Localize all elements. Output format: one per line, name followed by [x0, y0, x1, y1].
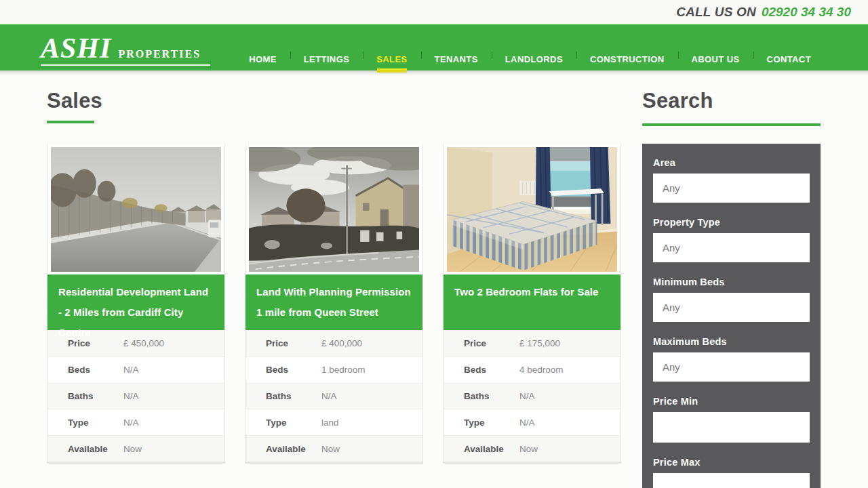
field-label: Minimum Beds [653, 277, 810, 287]
detail-label: Beds [464, 365, 519, 375]
page-title: Sales [47, 89, 621, 113]
search-field-price-min: Price Min [653, 396, 810, 443]
nav-item-home[interactable]: HOME [235, 24, 290, 70]
main-nav: HOMELETTINGSSALESTENANTSLANDLORDSCONSTRU… [235, 24, 825, 70]
detail-label: Type [464, 418, 519, 428]
detail-value: £ 175,000 [519, 338, 560, 348]
input-price-max[interactable] [653, 473, 810, 488]
topbar: CALL US ON 02920 34 34 30 [0, 0, 868, 24]
nav-item-landlords[interactable]: LANDLORDS [492, 24, 576, 70]
search-form: Area Any Property Type Any Minimum Beds … [653, 157, 810, 488]
property-details: Price £ 175,000 Beds 4 bedroom Baths N/A… [443, 330, 620, 462]
nav-item-label: SALES [376, 54, 407, 64]
street-fence-photo [51, 147, 221, 272]
detail-label: Price [68, 338, 123, 348]
property-photo[interactable] [443, 144, 620, 274]
detail-value: land [321, 418, 339, 428]
detail-value: Now [123, 444, 142, 454]
property-details: Price £ 400,000 Beds 1 bedroom Baths N/A… [245, 330, 422, 462]
detail-row: Baths N/A [443, 383, 620, 409]
nav-item-lettings[interactable]: LETTINGS [290, 24, 363, 70]
logo-name: ASHI [41, 33, 111, 63]
search-panel: Area Any Property Type Any Minimum Beds … [642, 144, 821, 488]
detail-label: Beds [68, 365, 123, 375]
nav-item-label: TENANTS [435, 54, 478, 64]
detail-label: Available [464, 444, 519, 454]
detail-row: Beds 1 bedroom [245, 357, 422, 383]
property-card: Residential Development Land - 2 Miles f… [47, 144, 225, 462]
select-maximum-beds[interactable]: Any [653, 352, 810, 382]
detail-row: Beds 4 bedroom [443, 357, 620, 383]
nav-item-tenants[interactable]: TENANTS [421, 24, 492, 70]
search-field-area: Area Any [653, 157, 810, 203]
nav-item-label: LANDLORDS [505, 54, 563, 64]
search-title: Search [642, 89, 821, 113]
detail-value: Now [321, 444, 340, 454]
nav-item-construction[interactable]: CONSTRUCTION [576, 24, 678, 70]
listings-grid: Residential Development Land - 2 Miles f… [47, 144, 621, 462]
property-title[interactable]: Land With Planning Permission 1 mile fro… [245, 274, 422, 330]
detail-label: Available [266, 444, 321, 454]
detail-value: N/A [123, 391, 139, 401]
search-sidebar: Search Area Any Property Type Any Minimu… [642, 89, 821, 488]
search-field-minimum-beds: Minimum Beds Any [653, 277, 810, 322]
detail-row: Price £ 400,000 [245, 330, 422, 357]
detail-label: Baths [266, 391, 321, 401]
nav-item-label: CONSTRUCTION [590, 54, 665, 64]
field-label: Price Max [653, 457, 810, 468]
nav-item-label: HOME [249, 54, 277, 64]
detail-label: Price [266, 338, 321, 348]
detail-value: £ 400,000 [321, 338, 362, 348]
detail-row: Baths N/A [47, 383, 224, 409]
nav-item-label: ABOUT US [692, 54, 740, 64]
search-field-maximum-beds: Maximum Beds Any [653, 336, 810, 382]
select-area[interactable]: Any [653, 174, 810, 203]
detail-value: 4 bedroom [519, 365, 564, 375]
nav-item-label: CONTACT [767, 54, 811, 64]
search-field-price-max: Price Max [653, 457, 810, 488]
nav-item-contact[interactable]: CONTACT [753, 24, 825, 70]
property-card: Land With Planning Permission 1 mile fro… [245, 144, 423, 462]
field-label: Price Min [653, 396, 810, 407]
field-label: Property Type [653, 217, 810, 228]
property-details: Price £ 450,000 Beds N/A Baths N/A Type … [47, 330, 224, 462]
site-logo[interactable]: ASHI PROPERTIES [41, 29, 210, 66]
detail-label: Price [464, 338, 519, 348]
detail-row: Baths N/A [245, 383, 422, 409]
main-nav-wrap: HOMELETTINGSSALESTENANTSLANDLORDSCONSTRU… [235, 24, 825, 70]
select-minimum-beds[interactable]: Any [653, 293, 810, 322]
property-card: Two 2 Bedroom Flats for Sale Price £ 175… [443, 144, 621, 462]
phone-number: 02920 34 34 30 [762, 5, 851, 20]
corner-plot-photo [249, 147, 419, 272]
nav-item-sales[interactable]: SALES [363, 24, 420, 70]
nav-item-about-us[interactable]: ABOUT US [678, 24, 753, 70]
property-title[interactable]: Two 2 Bedroom Flats for Sale [443, 274, 620, 330]
detail-row: Type N/A [47, 409, 224, 435]
detail-label: Baths [464, 391, 519, 401]
search-title-underline [642, 123, 821, 126]
detail-row: Available Now [443, 435, 620, 462]
detail-label: Type [68, 418, 123, 428]
detail-label: Available [68, 444, 123, 454]
main-content: Sales [0, 70, 868, 488]
detail-row: Available Now [245, 435, 422, 462]
detail-value: N/A [123, 365, 139, 375]
input-price-min[interactable] [653, 412, 810, 443]
logo-suffix: PROPERTIES [118, 48, 201, 60]
detail-label: Type [266, 418, 321, 428]
detail-row: Price £ 175,000 [443, 330, 620, 357]
property-photo[interactable] [245, 144, 422, 274]
select-property-type[interactable]: Any [653, 233, 810, 262]
call-us-label: CALL US ON [676, 5, 756, 20]
field-label: Area [653, 157, 810, 168]
detail-row: Available Now [47, 435, 224, 462]
property-photo[interactable] [47, 144, 224, 274]
site-header: ASHI PROPERTIES HOMELETTINGSSALESTENANTS… [0, 24, 868, 70]
detail-row: Beds N/A [47, 357, 224, 383]
page-title-underline [47, 121, 94, 123]
detail-value: N/A [519, 391, 535, 401]
bedroom-photo [447, 147, 617, 272]
detail-value: Now [519, 444, 538, 454]
detail-row: Type land [245, 409, 422, 435]
property-title[interactable]: Residential Development Land - 2 Miles f… [47, 274, 224, 330]
